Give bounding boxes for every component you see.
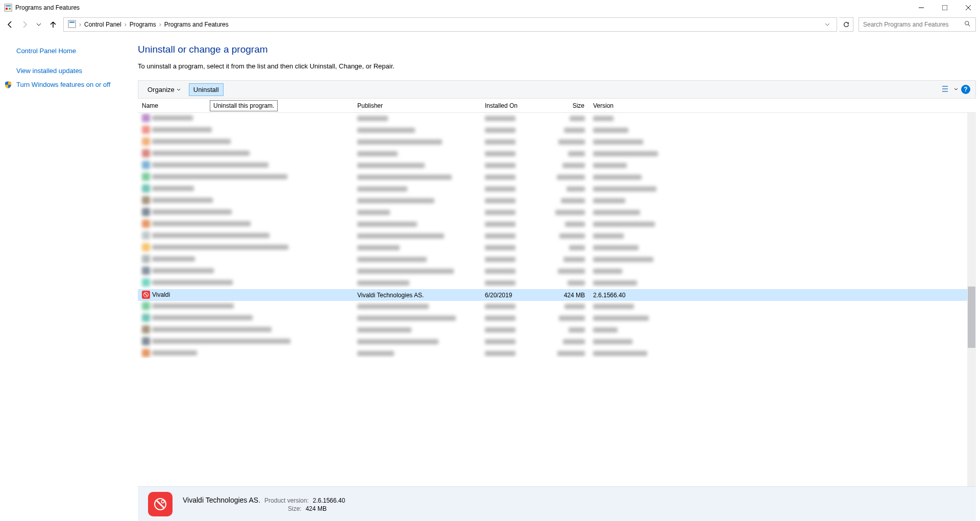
table-row[interactable] (138, 125, 976, 136)
table-row[interactable] (138, 336, 976, 348)
table-row[interactable] (138, 301, 976, 313)
svg-rect-1 (6, 5, 11, 7)
table-row[interactable] (138, 219, 976, 230)
address-dropdown[interactable] (822, 22, 832, 27)
scrollbar[interactable] (967, 113, 976, 486)
column-version[interactable]: Version (589, 102, 676, 109)
refresh-button[interactable] (839, 17, 853, 32)
sidebar-windows-features[interactable]: Turn Windows features on or off (14, 78, 110, 91)
table-row[interactable] (138, 148, 976, 160)
toolbar: Organize Uninstall ? Uninstall this prog… (138, 80, 976, 99)
organize-label: Organize (148, 86, 175, 93)
maximize-button[interactable] (933, 0, 957, 15)
chevron-right-icon: › (125, 21, 127, 28)
details-size-label: Size: (288, 505, 302, 512)
svg-rect-5 (942, 5, 947, 10)
cell-installed-on: 6/20/2019 (481, 292, 536, 299)
table-row[interactable] (138, 183, 976, 195)
svg-rect-9 (69, 21, 75, 23)
view-options-button[interactable] (942, 85, 951, 94)
table-row[interactable] (138, 242, 976, 254)
table-row[interactable] (138, 277, 976, 289)
table-row[interactable] (138, 324, 976, 336)
organize-button[interactable]: Organize (143, 84, 185, 96)
column-publisher[interactable]: Publisher (353, 102, 481, 109)
chevron-right-icon: › (159, 21, 161, 28)
table-row[interactable] (138, 266, 976, 277)
svg-line-11 (968, 24, 970, 26)
details-version: 2.6.1566.40 (313, 497, 345, 504)
table-row[interactable] (138, 172, 976, 183)
table-row[interactable] (138, 113, 976, 125)
chevron-down-icon[interactable] (954, 86, 958, 93)
details-publisher: Vivaldi Technologies AS. (183, 496, 260, 504)
table-row[interactable] (138, 348, 976, 358)
column-size[interactable]: Size (536, 102, 589, 109)
back-button[interactable] (4, 18, 16, 31)
breadcrumb-item[interactable]: Programs and Features (164, 21, 229, 28)
search-input[interactable]: Search Programs and Features (859, 17, 976, 32)
search-icon (964, 20, 971, 29)
sidebar-installed-updates[interactable]: View installed updates (4, 64, 113, 78)
address-icon (68, 20, 76, 30)
cell-publisher: Vivaldi Technologies AS. (353, 292, 481, 299)
tooltip: Uninstall this program. (210, 100, 278, 111)
breadcrumb-item[interactable]: Programs (130, 21, 156, 28)
vivaldi-icon (142, 291, 150, 299)
details-version-label: Product version: (264, 497, 309, 504)
details-size: 424 MB (306, 505, 327, 512)
search-placeholder: Search Programs and Features (863, 21, 948, 28)
sidebar-cp-home[interactable]: Control Panel Home (4, 44, 113, 58)
cell-version: 2.6.1566.40 (589, 292, 676, 299)
address-bar[interactable]: › Control Panel › Programs › Programs an… (63, 17, 837, 32)
table-row-selected[interactable]: VivaldiVivaldi Technologies AS.6/20/2019… (138, 289, 976, 301)
page-description: To uninstall a program, select it from t… (138, 62, 976, 70)
app-icon (4, 4, 12, 12)
table-row[interactable] (138, 160, 976, 172)
recent-dropdown[interactable] (33, 18, 45, 31)
column-installed-on[interactable]: Installed On (481, 102, 536, 109)
window-title: Programs and Features (15, 4, 80, 11)
shield-icon (4, 81, 12, 89)
selected-app-icon (148, 492, 173, 516)
cell-size: 424 MB (536, 292, 589, 299)
table-row[interactable] (138, 207, 976, 219)
details-panel: Vivaldi Technologies AS. Product version… (138, 486, 976, 521)
uninstall-button[interactable]: Uninstall (189, 83, 224, 96)
scrollbar-thumb[interactable] (968, 287, 975, 348)
breadcrumb-item[interactable]: Control Panel (84, 21, 121, 28)
chevron-down-icon (177, 86, 181, 93)
page-heading: Uninstall or change a program (138, 44, 976, 55)
up-button[interactable] (47, 18, 59, 31)
table-row[interactable] (138, 195, 976, 207)
svg-rect-2 (6, 8, 8, 10)
svg-point-10 (965, 21, 969, 25)
table-body[interactable]: VivaldiVivaldi Technologies AS.6/20/2019… (138, 113, 976, 358)
table-row[interactable] (138, 254, 976, 266)
forward-button[interactable] (18, 18, 31, 31)
table-row[interactable] (138, 313, 976, 324)
svg-point-20 (162, 501, 164, 503)
svg-rect-3 (9, 8, 11, 10)
help-button[interactable]: ? (961, 85, 970, 94)
uninstall-label: Uninstall (193, 86, 219, 93)
close-button[interactable] (957, 0, 980, 15)
cell-name: Vivaldi (152, 291, 170, 298)
minimize-button[interactable] (910, 0, 933, 15)
table-row[interactable] (138, 230, 976, 242)
chevron-right-icon: › (79, 21, 81, 28)
table-row[interactable] (138, 136, 976, 148)
